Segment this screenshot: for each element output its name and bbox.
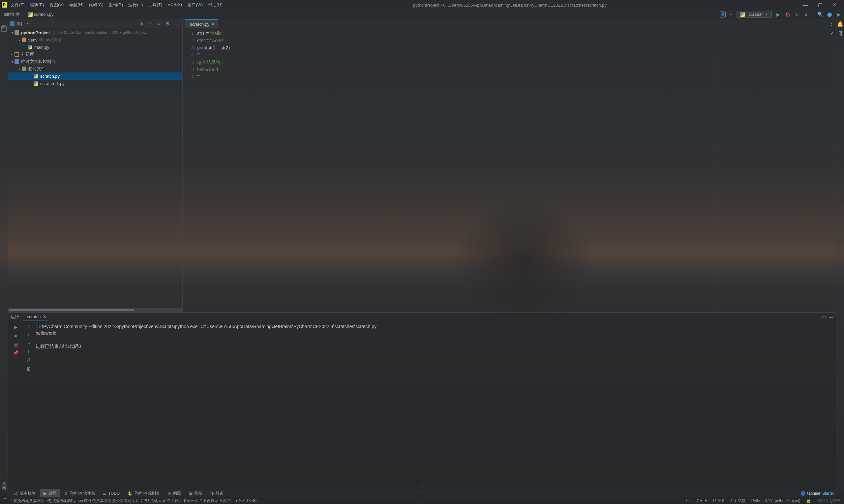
cwm-dropdown-icon[interactable]: ▼ (729, 13, 733, 16)
tree-scratches-root[interactable]: 临时文件和控制台 (8, 58, 182, 65)
stop-button[interactable]: ■ (804, 12, 809, 17)
indent-settings[interactable]: 4 个空格 (730, 498, 745, 504)
breadcrumb-file[interactable]: scratch.py (28, 12, 53, 17)
hide-panel-icon[interactable]: — (173, 21, 180, 26)
structure-tool-vtab[interactable]: 结构 (2, 482, 6, 484)
close-tab-icon[interactable]: ✕ (211, 22, 214, 26)
pin-icon[interactable]: 📌 (13, 350, 18, 356)
breadcrumb-root[interactable]: 临时文件 (3, 12, 20, 17)
caret-position[interactable]: 7:4 (685, 499, 691, 503)
editor-tab-options-icon[interactable]: ⋮ (829, 22, 836, 28)
tab-label: scratch.py (190, 22, 209, 27)
hide-panel-icon[interactable]: — (829, 314, 833, 320)
tree-label: 外部库 (21, 51, 34, 57)
menu-refactor[interactable]: 重构(R) (108, 2, 123, 8)
project-view-icon[interactable] (10, 21, 15, 26)
ide-update-icon[interactable]: ⬤ (827, 12, 832, 17)
status-message[interactable]: 下载预构建共享索引: 使用预构建的Python 软件包共享索引减少索引时间和 C… (9, 498, 258, 504)
line-number-gutter: 1 2 3 4 5 6 7 (183, 28, 197, 312)
line-separator[interactable]: CRLF (696, 499, 707, 503)
tab-todo[interactable]: ☰TODO (100, 489, 123, 498)
code-token: str2 (197, 38, 205, 43)
close-button[interactable]: ✕ (832, 2, 837, 8)
project-tree[interactable]: pythonProject D:\PyCharm Community Editi… (8, 28, 182, 88)
layout-icon[interactable]: ▤ (14, 342, 18, 347)
editor-tab-scratch[interactable]: scratch.py ✕ (185, 19, 218, 28)
console-exit: 进程已结束,退出代码0 (36, 343, 835, 349)
step-down-icon[interactable]: ↓ (28, 332, 30, 337)
tree-venv[interactable]: venv library根目录 (8, 36, 182, 43)
breadcrumb: 临时文件 〉 scratch.py (3, 12, 53, 17)
collapse-all-icon[interactable]: ⇴ (156, 21, 162, 26)
menu-file[interactable]: 文件(F) (11, 2, 25, 8)
tab-problems[interactable]: ⊘问题 (165, 489, 184, 498)
code-content[interactable]: str1 = "hello" str2 = "world" print(str1… (197, 28, 836, 312)
menu-help[interactable]: 帮助(H) (208, 2, 223, 8)
tabnine-widget[interactable]: tabnine Starter (801, 491, 834, 496)
read-only-lock-icon[interactable]: 🔒 (806, 499, 811, 503)
run-button[interactable]: ▶ (776, 12, 781, 17)
tree-scratch-py[interactable]: scratch.py (8, 72, 182, 80)
tree-external-libs[interactable]: 外部库 (8, 51, 182, 58)
file-encoding[interactable]: UTF-8 (713, 499, 724, 503)
inspection-ok-icon[interactable]: ✔ (830, 30, 834, 37)
tab-python-packages[interactable]: ≣Python 软件包 (61, 489, 98, 498)
code-editor[interactable]: ✔ 1 2 3 4 5 6 7 str1 = "hello" str2 = "w… (183, 28, 836, 312)
menu-vcs[interactable]: VCS(S) (168, 2, 182, 8)
python-file-icon (28, 45, 32, 49)
menu-run[interactable]: 运行(U) (128, 2, 143, 8)
tab-version-control[interactable]: ⎇版本控制 (10, 489, 39, 498)
bookmarks-tool-vtab[interactable]: 书签 (2, 478, 6, 480)
print-icon[interactable]: ⎙ (28, 357, 30, 363)
notifications-icon[interactable]: 🔔 (837, 21, 843, 27)
maximize-button[interactable]: ▢ (818, 2, 823, 8)
tab-run[interactable]: ▶运行 (40, 489, 60, 498)
tree-main-py[interactable]: main.py (8, 43, 182, 51)
run-console[interactable]: "D:\PyCharm Community Edition 2022.3\pyt… (34, 321, 836, 486)
python-interpreter[interactable]: Python 3.11 (pythonProject) (751, 499, 800, 503)
clear-icon[interactable]: 🗑 (27, 366, 31, 371)
database-tool-icon[interactable]: 🗄 (838, 31, 843, 37)
menu-edit[interactable]: 编辑(E) (30, 2, 44, 8)
menu-code[interactable]: 代码(C) (89, 2, 103, 8)
code-with-me-icon[interactable]: 👤 (720, 12, 726, 17)
run-tab[interactable]: scratch ✕ (23, 312, 49, 321)
locate-icon[interactable]: ⊕ (138, 21, 145, 26)
tab-terminal[interactable]: ▣终端 (186, 489, 206, 498)
search-everywhere-button[interactable]: 🔍 (817, 12, 823, 17)
tree-project-root[interactable]: pythonProject D:\PyCharm Community Editi… (8, 29, 182, 36)
tool-windows-toggle-icon[interactable] (3, 499, 7, 503)
settings-icon[interactable]: ⚙ (164, 21, 171, 26)
menu-tools[interactable]: 工具(T) (148, 2, 162, 8)
soft-wrap-icon[interactable]: ⇥ (27, 340, 31, 345)
close-tab-icon[interactable]: ✕ (43, 314, 47, 319)
project-name: pythonProject (21, 30, 50, 35)
tab-services[interactable]: ◑服务 (207, 489, 227, 498)
tree-label: main.py (34, 45, 49, 50)
commit-tool-icon[interactable] (1, 26, 6, 32)
menu-view[interactable]: 视图(V) (49, 2, 64, 8)
stop-icon[interactable]: ■ (14, 333, 17, 338)
tree-scratches-folder[interactable]: 临时文件 (8, 65, 182, 72)
debug-button[interactable]: 🐞 (785, 12, 790, 17)
scrollbar-thumb[interactable] (8, 309, 134, 311)
tree-scratch1-py[interactable]: scratch_1.py (8, 80, 182, 87)
menu-navigate[interactable]: 导航(N) (69, 2, 83, 8)
tab-python-console[interactable]: 🐍Python 控制台 (124, 489, 163, 498)
tabnine-tier: Starter (822, 491, 834, 496)
project-view-selector[interactable]: 项目 ▼ (16, 21, 29, 27)
menu-window[interactable]: 窗口(W) (187, 2, 203, 8)
play-icon: ▶ (44, 491, 47, 496)
project-tool-vtab[interactable]: 项目 (1, 20, 6, 24)
expand-all-icon[interactable]: ☰ (147, 21, 154, 26)
step-up-icon[interactable]: ↑ (28, 323, 30, 328)
editor: scratch.py ✕ ⋮ ✔ 1 2 3 4 5 6 7 (183, 19, 836, 312)
run-settings-icon[interactable]: ⚙ (822, 314, 826, 320)
minimize-button[interactable]: — (803, 2, 808, 8)
run-configuration-selector[interactable]: scratch ▼ (737, 11, 772, 18)
rerun-icon[interactable]: ▶ (14, 324, 17, 330)
run-coverage-button[interactable]: ↻ (794, 12, 799, 17)
project-horizontal-scrollbar[interactable] (8, 308, 182, 312)
ide-play-icon[interactable]: ▶ (836, 12, 841, 17)
scroll-end-icon[interactable]: ⤓ (27, 349, 31, 354)
